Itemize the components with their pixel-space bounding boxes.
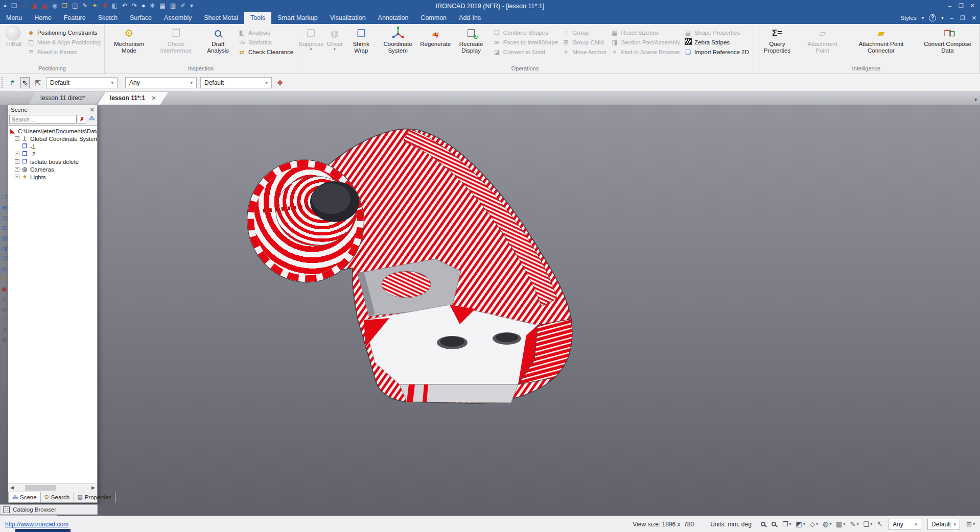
scroll-right-icon[interactable]: ▶: [89, 485, 97, 490]
import-reference-2d-button[interactable]: ❏ Import Reference 2D: [682, 47, 751, 57]
faces-to-intellishape-button[interactable]: ≫ Faces to IntelliShape: [491, 37, 560, 47]
doc-minimize-button[interactable]: –: [949, 15, 955, 21]
menu-tab[interactable]: Sheet Metal: [198, 12, 244, 24]
options-icon[interactable]: ▥: [170, 0, 176, 12]
tree-item[interactable]: ◣ C:\Users\jeter\Documents\Data\2: [8, 127, 97, 135]
select-cursor-icon[interactable]: ⇖: [20, 77, 30, 88]
open-check-icon[interactable]: ✓: [21, 0, 27, 12]
panel-tab[interactable]: ⊙ Search: [41, 492, 74, 502]
suppress-button[interactable]: ❒ Suppress▾: [299, 24, 323, 52]
restore-button[interactable]: ❐: [955, 0, 967, 12]
ghost-button[interactable]: ◍ Ghost▾: [323, 24, 346, 52]
expand-icon[interactable]: [15, 167, 19, 172]
document-tab[interactable]: lesson 11*:1✕: [98, 92, 169, 105]
fixed-in-parent-button[interactable]: ≣ Fixed in Parent: [25, 47, 103, 57]
shape-properties-button[interactable]: ▤ Shape Properties: [682, 28, 751, 37]
catalog-browser-bar[interactable]: ∷ Catalog Browser: [0, 504, 98, 515]
scroll-left-icon[interactable]: ◀: [8, 485, 16, 490]
shaded-display-icon[interactable]: ❒: [2, 194, 7, 200]
attachment-point-connector-button[interactable]: ▰ Attachment Point Connector: [845, 24, 917, 54]
sketch-plane-icon[interactable]: ▱: [2, 163, 6, 170]
expand-icon[interactable]: [15, 136, 19, 141]
filter-tree-icon[interactable]: ⁂: [87, 115, 96, 124]
find-in-scene-browser-button[interactable]: ⌖ Find in Scene Browser: [609, 47, 682, 57]
light-toggle-icon[interactable]: ✦: [2, 276, 7, 282]
positioning-constraints-button[interactable]: ◈ Positioning Constraints: [25, 28, 103, 37]
convert-to-solid-button[interactable]: ◪ Convert to Solid: [491, 47, 560, 57]
menu-tab[interactable]: Surface: [124, 12, 158, 24]
menu-tab[interactable]: Smart Markup: [271, 12, 324, 24]
window-layout-icon[interactable]: ▦: [159, 0, 165, 12]
tree-item[interactable]: ⟂ Global Coordinate System: [8, 135, 97, 142]
section-view-icon[interactable]: ◨: [2, 245, 7, 251]
app-logo-icon[interactable]: ◕: [3, 0, 7, 12]
split-view-icon[interactable]: ◫: [2, 214, 7, 221]
close-tab-icon[interactable]: ✕: [151, 95, 156, 101]
angle-measure-icon[interactable]: ∠: [2, 296, 7, 302]
draft-analysis-button[interactable]: Draft Analysis: [200, 24, 236, 54]
select-box-icon[interactable]: ▭: [2, 153, 7, 159]
mate-align-button[interactable]: ◫ Mate & Align Positioning: [25, 37, 103, 47]
group-button[interactable]: ∴ Group: [560, 28, 609, 37]
panel-tab[interactable]: ⁂ Scene: [8, 492, 41, 502]
check-clearance-button[interactable]: ⇄ Check Clearance: [236, 47, 295, 57]
select-filter-cursor-icon[interactable]: ⇱: [33, 79, 42, 87]
assembly-tree-icon[interactable]: ❖: [275, 79, 285, 87]
query-properties-button[interactable]: Σ= Query Properties: [755, 24, 800, 54]
link-document-icon[interactable]: ◉: [52, 0, 57, 12]
document-tab[interactable]: lesson 11 direct*: [28, 92, 104, 105]
select-previous-icon[interactable]: ↱: [8, 79, 17, 87]
tree-item[interactable]: ✦ Lights: [8, 173, 97, 181]
record-icon[interactable]: ◉: [2, 286, 7, 292]
panel-close-icon[interactable]: ✕: [90, 107, 95, 113]
save-icon[interactable]: ◫: [72, 0, 78, 12]
bounds-icon[interactable]: ▢: [2, 184, 7, 190]
tree-item[interactable]: ◎ Cameras: [8, 165, 97, 173]
list-icon[interactable]: ≣: [2, 337, 7, 343]
menu-tab[interactable]: Menu: [0, 12, 28, 24]
ghost-view-icon[interactable]: ◇: [2, 174, 6, 180]
doc-restore-button[interactable]: ❐: [959, 15, 967, 21]
menu-tab[interactable]: Add-Ins: [453, 12, 487, 24]
ironcad-link[interactable]: http://www.ironcad.com: [5, 521, 68, 528]
export-part-icon[interactable]: ▤: [41, 0, 47, 12]
menu-tab[interactable]: Home: [28, 12, 57, 24]
menu-tab[interactable]: Common: [414, 12, 453, 24]
doc-close-button[interactable]: ✕: [970, 15, 978, 21]
reset-sizebox-button[interactable]: ▦ Reset Sizebox: [609, 28, 682, 37]
mechanism-mode-button[interactable]: ⚙ Mechanism Mode: [106, 24, 152, 54]
clear-search-icon[interactable]: ✗: [78, 115, 86, 124]
combine-shapes-button[interactable]: ❏ Combine Shapes: [491, 28, 560, 37]
zebra-stripes-button[interactable]: Zebra Stripes: [682, 37, 751, 47]
coordinate-system-button[interactable]: Coordinate System: [376, 24, 420, 54]
render-icon[interactable]: ✦: [92, 0, 97, 12]
menu-tab[interactable]: Assembly: [158, 12, 198, 24]
render-quality-icon[interactable]: ◍: [2, 265, 7, 272]
tree-item[interactable]: ❒ isolate boss delete: [8, 158, 97, 165]
new-scene-icon[interactable]: ❑: [11, 0, 17, 12]
paintbrush-icon[interactable]: ✐: [180, 0, 185, 12]
tree-item[interactable]: ❒ -2: [8, 150, 97, 158]
redo-icon[interactable]: ↷: [132, 0, 137, 12]
tree-item[interactable]: ❒ -1: [8, 142, 97, 150]
expand-icon[interactable]: [15, 175, 19, 179]
sphere-render-icon[interactable]: ●: [142, 0, 145, 12]
scene-search-input[interactable]: [9, 115, 77, 124]
toolbar-grip[interactable]: [2, 77, 4, 88]
scroll-thumb[interactable]: [25, 485, 56, 491]
style-combo[interactable]: Default: [46, 77, 118, 88]
section-part-assembly-button[interactable]: ◨ Section Part/Assembly: [609, 37, 682, 47]
shrink-wrap-button[interactable]: ❒ Shrink Wrap: [346, 24, 376, 54]
zoom-window-icon[interactable]: [761, 522, 765, 526]
menu-tab[interactable]: Visualization: [324, 12, 372, 24]
triball-button[interactable]: TriBall: [2, 24, 25, 47]
selection-filter-combo[interactable]: Any: [125, 77, 197, 88]
undo-icon[interactable]: ↶: [122, 0, 127, 12]
copy-view-icon[interactable]: ◧: [112, 0, 118, 12]
view-undo-icon[interactable]: ↺: [2, 327, 7, 333]
import-part-icon[interactable]: ▣: [31, 0, 37, 12]
status-filter-combo[interactable]: Any: [889, 519, 921, 530]
help-icon[interactable]: ?: [929, 14, 936, 21]
expand-icon[interactable]: [15, 152, 19, 156]
menu-tab[interactable]: Tools: [244, 12, 271, 24]
